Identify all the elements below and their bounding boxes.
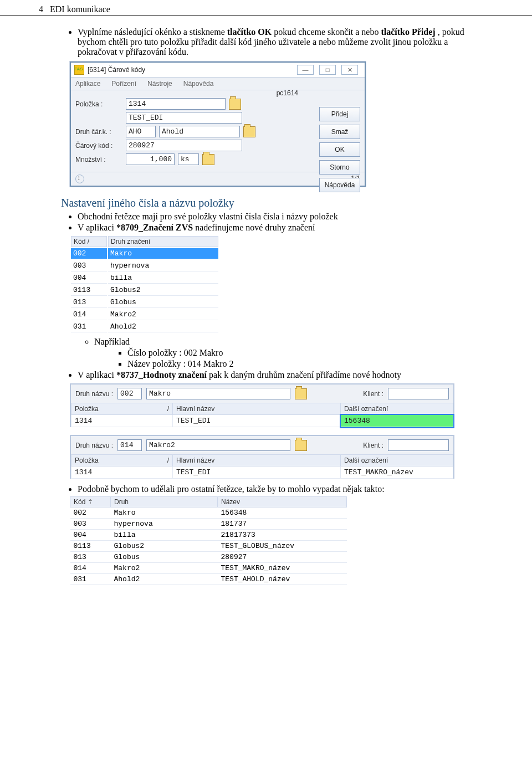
napoveda-button[interactable]: Nápověda: [319, 178, 360, 192]
panel-hodnoty-makro: Druh názvu : 002 Makro Klient : Položka/…: [70, 383, 454, 427]
bullet-obchodni-retezce: Obchodní řetězce mají pro své položky vl…: [78, 212, 488, 222]
druh-nazvu-label: Druh názvu :: [75, 442, 113, 449]
menu-nastroje[interactable]: Nástroje: [147, 80, 172, 88]
folder-icon[interactable]: [295, 440, 307, 451]
col-druh[interactable]: Druh: [111, 497, 218, 507]
page-header: 4 EDI komunikace: [0, 0, 532, 16]
menu-aplikace[interactable]: Aplikace: [75, 80, 100, 88]
page-number: 4: [39, 4, 43, 14]
example-nazev: Název položky : 014 Makro 2: [127, 359, 488, 369]
klient-input[interactable]: [388, 388, 449, 399]
menu-porizeni[interactable]: Pořízení: [111, 80, 136, 88]
panel-table: Položka/ Hlavní název Další označení 131…: [71, 403, 453, 427]
col-nazev[interactable]: Název: [218, 497, 347, 507]
druhk-label: Druh čár.k. :: [75, 128, 122, 136]
col-druh[interactable]: Druh značení: [108, 236, 218, 247]
col-polozka[interactable]: Položka/: [71, 455, 173, 466]
example-label: Například: [94, 337, 488, 347]
table-row[interactable]: 031Ahold2TEST_AHOLD_název: [70, 574, 347, 585]
smaz-button[interactable]: Smaž: [319, 125, 360, 139]
druh-name-input[interactable]: Makro2: [146, 439, 290, 451]
minimize-icon[interactable]: —: [297, 65, 314, 75]
table-row[interactable]: 1314 TEST_EDI TEST_MAKRO_název: [71, 466, 453, 479]
table-row[interactable]: 1314 TEST_EDI 156348: [71, 415, 453, 427]
pc-label: pc1614: [277, 89, 298, 97]
polozka-input[interactable]: 1314: [126, 98, 226, 110]
folder-icon[interactable]: [229, 99, 241, 110]
col-kod[interactable]: Kód ⇡: [70, 497, 111, 507]
page-title: EDI komunikace: [50, 4, 110, 14]
table-row[interactable]: 031Ahold2: [71, 321, 218, 332]
druh-nazvu-label: Druh názvu :: [75, 390, 113, 398]
polozka-name-input[interactable]: TEST_EDI: [126, 112, 242, 124]
druhk-name-input[interactable]: Ahold: [159, 126, 240, 137]
table-row[interactable]: 003hypernova: [71, 260, 218, 271]
bullet-podobne: Podobně bychom to udělali pro ostatní ře…: [78, 484, 488, 494]
ckod-label: Čárový kód :: [75, 142, 122, 150]
col-kod[interactable]: Kód /: [71, 236, 107, 247]
example-cislo: Číslo položky : 002 Makro: [127, 348, 488, 358]
polozka-label: Položka :: [75, 100, 122, 108]
panel-table: Položka/ Hlavní název Další označení 131…: [71, 454, 453, 479]
bullet-8737: V aplikaci *8737_Hodnoty značení pak k d…: [78, 370, 488, 380]
table-row[interactable]: 004billa: [71, 273, 218, 284]
table-row[interactable]: 004billa21817373: [70, 530, 347, 541]
mnozstvi-input[interactable]: 1,000: [126, 153, 175, 165]
col-dalsi[interactable]: Další označení: [341, 403, 453, 415]
table-druhy-znaceni: Kód / Druh značení 002Makro 003hypernova…: [70, 235, 219, 334]
panel-hodnoty-makro2: Druh názvu : 014 Makro2 Klient : Položka…: [70, 435, 454, 479]
window-carove-kody: [6314] Čárové kódy — □ ✕ Aplikace Poříze…: [70, 61, 366, 187]
col-hlavni[interactable]: Hlavní název: [173, 455, 341, 466]
table-row[interactable]: 002Makro: [71, 248, 218, 259]
menu-bar: Aplikace Pořízení Nástroje Nápověda: [71, 78, 365, 90]
maximize-icon[interactable]: □: [319, 65, 336, 75]
folder-icon[interactable]: [202, 154, 214, 165]
paragraph-ok-pridej: Vyplníme následující okénko a stiskneme …: [78, 27, 488, 57]
table-vysledek: Kód ⇡ Druh Název 002Makro156348 003hyper…: [70, 496, 347, 585]
window-title: [6314] Čárové kódy: [88, 66, 145, 74]
bullet-8709: V aplikaci *8709_Značení ZVS nadefinujem…: [78, 223, 488, 233]
table-row[interactable]: 013Globus280927: [70, 552, 347, 563]
table-row[interactable]: 0113Globus2TEST_GLOBUS_název: [70, 541, 347, 552]
table-row[interactable]: 002Makro156348: [70, 507, 347, 519]
close-icon[interactable]: ✕: [341, 65, 358, 75]
klient-input[interactable]: [388, 439, 449, 451]
app-icon: [74, 65, 84, 75]
klient-label: Klient :: [363, 390, 383, 398]
ckod-input[interactable]: 280927: [126, 140, 242, 151]
menu-napoveda[interactable]: Nápověda: [183, 80, 214, 88]
window-title-bar: [6314] Čárové kódy — □ ✕: [71, 63, 365, 78]
table-row[interactable]: 013Globus: [71, 297, 218, 308]
druh-code-input[interactable]: 002: [117, 388, 142, 399]
col-polozka[interactable]: Položka/: [71, 403, 173, 415]
druhk-code-input[interactable]: AHO: [126, 126, 156, 137]
col-dalsi[interactable]: Další označení: [341, 455, 453, 466]
folder-icon[interactable]: [295, 388, 307, 399]
storno-button[interactable]: Storno: [319, 160, 360, 175]
scroll-indicator-icon[interactable]: [75, 175, 84, 183]
pridej-button[interactable]: Přidej: [319, 107, 360, 121]
mnozstvi-label: Množství :: [75, 156, 122, 163]
table-row[interactable]: 014Makro2TEST_MAKRO_název: [70, 563, 347, 574]
section-title: Nastavení jiného čísla a názvu položky: [61, 197, 488, 209]
klient-label: Klient :: [363, 442, 383, 449]
druh-code-input[interactable]: 014: [117, 439, 142, 451]
mnozstvi-unit[interactable]: ks: [178, 153, 199, 165]
table-row[interactable]: 003hypernova181737: [70, 519, 347, 530]
table-row[interactable]: 014Makro2: [71, 309, 218, 320]
folder-icon[interactable]: [243, 126, 255, 137]
col-hlavni[interactable]: Hlavní název: [173, 403, 341, 415]
ok-button[interactable]: OK: [319, 142, 360, 157]
table-row[interactable]: 0113Globus2: [71, 285, 218, 296]
druh-name-input[interactable]: Makro: [146, 388, 290, 399]
highlighted-cell: 156348: [341, 415, 453, 427]
